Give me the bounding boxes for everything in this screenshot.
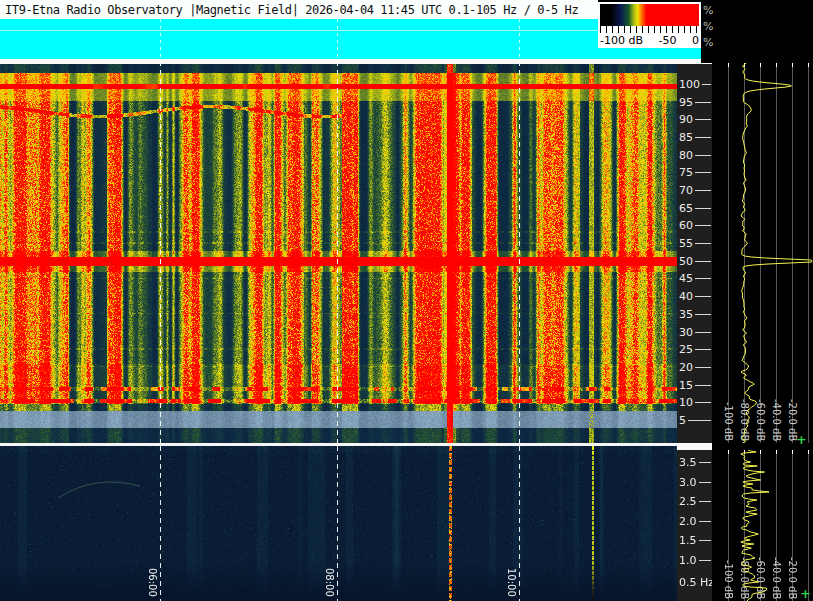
percent-label: % xyxy=(703,21,713,33)
freq-tick-bottom: 1.5 xyxy=(677,535,712,546)
freq-tick-dash xyxy=(695,349,711,350)
time-scale-divider xyxy=(0,30,701,31)
freq-tick-main: 15 xyxy=(677,380,712,391)
freq-tick-label: 15 xyxy=(679,379,693,392)
freq-tick-label: 60 xyxy=(679,219,693,232)
freq-tick-main: 35 xyxy=(677,309,712,320)
spectrum-plot-bottom[interactable]: -100 dB-80.0 dB-60.0 dB-40.0 dB-20.0 dB xyxy=(712,450,813,601)
freq-tick-main: 90 xyxy=(677,114,712,125)
freq-tick-main: 30 xyxy=(677,327,712,338)
freq-tick-dash xyxy=(695,278,711,279)
bottom-spectrogram-canvas[interactable] xyxy=(0,446,677,601)
color-scale-min-label: -100 dB xyxy=(600,34,643,47)
time-mark-dash-cyan xyxy=(160,19,161,59)
freq-tick-dash xyxy=(695,155,711,156)
freq-tick-label: 5 xyxy=(679,414,686,427)
freq-tick-bottom: 3.0 xyxy=(677,477,712,488)
freq-tick-bottom: 2.0 xyxy=(677,516,712,527)
freq-tick-label: 80 xyxy=(679,149,693,162)
freq-tick-dash xyxy=(695,367,711,368)
freq-tick-main: 60 xyxy=(677,220,712,231)
time-mark-dash-cyan xyxy=(337,19,338,59)
freq-tick-dash xyxy=(699,521,712,522)
freq-tick-dash xyxy=(699,540,712,541)
freq-tick-dash xyxy=(702,84,711,85)
color-scale-ticks xyxy=(600,26,699,33)
color-scale-labels: -100 dB -50 0 xyxy=(600,34,699,47)
freq-tick-dash xyxy=(695,102,711,103)
freq-tick-main: 5 xyxy=(677,415,712,426)
freq-tick-dash xyxy=(695,172,711,173)
freq-tick-label: 2.0 xyxy=(679,515,697,528)
freq-tick-dash xyxy=(695,190,711,191)
title-bar: IT9-Etna Radio Observatory |Magnetic Fie… xyxy=(0,0,598,19)
spectrum-plot-top[interactable]: -100 dB-80.0 dB-60.0 dB-40.0 dB-20.0 dB xyxy=(712,63,813,443)
freq-tick-label: 85 xyxy=(679,131,693,144)
frequency-scale-main[interactable]: 1009590858075706560555045403530252015105 xyxy=(677,64,712,443)
time-mark-dash-cyan xyxy=(519,19,520,59)
freq-tick-label: 1.0 xyxy=(679,554,697,567)
freq-tick-main: 40 xyxy=(677,291,712,302)
freq-tick-main: 80 xyxy=(677,150,712,161)
spectrum-trace xyxy=(712,63,813,443)
percent-label: % xyxy=(703,37,713,49)
freq-tick-label: 40 xyxy=(679,290,693,303)
freq-tick-main: 100 xyxy=(677,79,712,90)
freq-tick-label: 70 xyxy=(679,184,693,197)
freq-tick-dash xyxy=(699,560,712,561)
percent-label: % xyxy=(703,5,713,17)
freq-tick-bottom: 3.5 xyxy=(677,457,712,468)
freq-tick-main: 75 xyxy=(677,167,712,178)
cursor-plus-marker[interactable]: + xyxy=(796,435,807,445)
freq-tick-dash xyxy=(695,119,711,120)
freq-tick-label: 65 xyxy=(679,202,693,215)
spectrum-lab-window: IT9-Etna Radio Observatory |Magnetic Fie… xyxy=(0,0,813,601)
color-scale-max-label: 0 xyxy=(692,34,699,47)
freq-tick-label: 95 xyxy=(679,96,693,109)
freq-tick-dash xyxy=(699,462,712,463)
color-scale[interactable]: -100 dB -50 0 xyxy=(598,2,701,48)
cursor-plus-marker-2[interactable]: + xyxy=(800,589,811,599)
freq-tick-label: 25 xyxy=(679,343,693,356)
freq-tick-label: 45 xyxy=(679,272,693,285)
freq-tick-dash xyxy=(688,420,711,421)
freq-tick-label: 20 xyxy=(679,361,693,374)
freq-tick-main: 50 xyxy=(677,256,712,267)
freq-tick-main: 65 xyxy=(677,203,712,214)
freq-tick-label: 75 xyxy=(679,166,693,179)
freq-tick-main: 10 xyxy=(677,397,712,408)
time-scale-band[interactable] xyxy=(0,19,701,59)
freq-tick-label: 0.5 Hz xyxy=(679,576,714,589)
color-scale-gradient xyxy=(600,4,699,26)
spectrum-trace xyxy=(712,450,813,601)
freq-tick-main: 55 xyxy=(677,238,712,249)
freq-tick-main: 95 xyxy=(677,97,712,108)
freq-tick-dash xyxy=(695,261,711,262)
freq-tick-main: 25 xyxy=(677,344,712,355)
window-title: IT9-Etna Radio Observatory |Magnetic Fie… xyxy=(0,0,598,17)
freq-tick-label: 35 xyxy=(679,308,693,321)
freq-tick-label: 30 xyxy=(679,326,693,339)
freq-tick-dash xyxy=(695,243,711,244)
freq-tick-label: 100 xyxy=(679,78,700,91)
freq-tick-dash xyxy=(699,501,712,502)
frequency-scale-bottom[interactable]: 3.53.02.52.01.51.00.5 Hz xyxy=(677,443,712,601)
main-spectrogram-canvas[interactable] xyxy=(0,64,677,443)
freq-tick-label: 3.5 xyxy=(679,456,697,469)
freq-tick-dash xyxy=(695,137,711,138)
freq-tick-bottom: 2.5 xyxy=(677,496,712,507)
freq-tick-dash xyxy=(699,482,712,483)
freq-tick-dash xyxy=(695,296,711,297)
freq-tick-dash xyxy=(695,314,711,315)
color-scale-mid-label: -50 xyxy=(659,34,677,47)
freq-tick-label: 1.5 xyxy=(679,534,697,547)
freq-tick-label: 90 xyxy=(679,113,693,126)
freq-tick-dash xyxy=(695,385,711,386)
freq-tick-main: 70 xyxy=(677,185,712,196)
freq-tick-main: 85 xyxy=(677,132,712,143)
freq-tick-label: 50 xyxy=(679,255,693,268)
freq-tick-bottom: 0.5 Hz xyxy=(677,577,712,588)
freq-tick-dash xyxy=(695,332,711,333)
freq-tick-label: 10 xyxy=(679,396,693,409)
freq-tick-main: 45 xyxy=(677,273,712,284)
